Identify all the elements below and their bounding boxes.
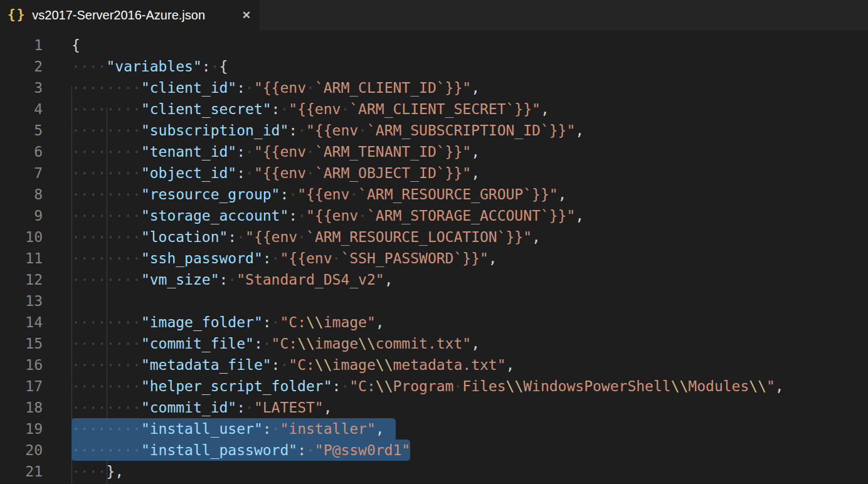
whitespace-dot: · <box>89 421 98 437</box>
tab-bar: {} vs2017-Server2016-Azure.json ✕ <box>0 0 868 30</box>
whitespace-dot: · <box>80 442 89 458</box>
whitespace-dot: · <box>80 165 89 181</box>
code-line-content: ········"ssh_password":·"{{env·`SSH_PASS… <box>71 248 497 269</box>
code-line[interactable]: 21····}, <box>0 461 868 482</box>
whitespace-dot: · <box>306 144 315 160</box>
code-editor[interactable]: 1{2····"variables":·{3········"client_id… <box>0 30 868 484</box>
whitespace-dot: · <box>124 271 132 288</box>
whitespace-dot: · <box>132 208 141 224</box>
whitespace-dot: · <box>80 314 89 330</box>
whitespace-dot: · <box>115 229 124 245</box>
whitespace-dot: · <box>71 271 80 288</box>
code-line-content: ····}, <box>71 461 124 482</box>
whitespace-dot: · <box>106 229 115 245</box>
whitespace-dot: · <box>71 378 80 394</box>
line-number: 18 <box>0 397 43 418</box>
line-number: 20 <box>0 439 43 461</box>
code-line[interactable]: 14········"image_folder":·"C:\\image", <box>0 312 868 333</box>
whitespace-dot: · <box>71 122 80 139</box>
whitespace-dot: · <box>89 271 98 288</box>
code-line[interactable]: 8········"resource_group":·"{{env·`ARM_R… <box>0 184 868 205</box>
whitespace-dot: · <box>106 271 115 288</box>
tab-close-icon[interactable]: ✕ <box>242 10 251 21</box>
whitespace-dot: · <box>115 122 124 139</box>
line-number: 6 <box>0 141 43 162</box>
whitespace-dot: · <box>115 165 124 181</box>
whitespace-dot: · <box>89 208 98 224</box>
whitespace-dot: · <box>98 463 107 480</box>
code-line[interactable]: 13 <box>0 290 868 312</box>
whitespace-dot: · <box>124 421 132 437</box>
whitespace-dot: · <box>115 208 124 224</box>
whitespace-dot: · <box>236 229 245 245</box>
whitespace-dot: · <box>71 463 80 480</box>
code-line[interactable]: 15········"commit_file":·"C:\\image\\com… <box>0 333 868 354</box>
code-line-content: ········"client_id":·"{{env·`ARM_CLIENT_… <box>71 77 480 98</box>
tab-vs2017-server2016-azure-json[interactable]: {} vs2017-Server2016-Azure.json ✕ <box>0 0 260 30</box>
whitespace-dot: · <box>89 357 98 373</box>
whitespace-dot: · <box>132 122 141 139</box>
whitespace-dot: · <box>106 442 115 458</box>
whitespace-dot: · <box>245 399 254 416</box>
whitespace-dot: · <box>245 165 254 181</box>
code-line[interactable]: 1{ <box>0 34 868 56</box>
code-line[interactable]: 16········"metadata_file":·"C:\\image\\m… <box>0 354 868 376</box>
whitespace-dot: · <box>297 229 306 245</box>
whitespace-dot: · <box>124 122 132 139</box>
whitespace-dot: · <box>132 80 141 96</box>
whitespace-dot: · <box>71 165 80 181</box>
code-line[interactable]: 6········"tenant_id":·"{{env·`ARM_TENANT… <box>0 141 868 162</box>
whitespace-dot: · <box>98 208 107 224</box>
line-number: 12 <box>0 269 43 290</box>
code-line-content: ········"subscription_id":·"{{env·`ARM_S… <box>71 120 584 141</box>
whitespace-dot: · <box>288 186 297 203</box>
whitespace-dot: · <box>80 80 89 96</box>
code-line[interactable]: 2····"variables":·{ <box>0 56 868 77</box>
code-line[interactable]: 9········"storage_account":·"{{env·`ARM_… <box>0 205 868 226</box>
code-line[interactable]: 12········"vm_size":·"Standard_DS4_v2", <box>0 269 868 290</box>
code-line[interactable]: 17········"helper_script_folder":·"C:\\P… <box>0 376 868 397</box>
whitespace-dot: · <box>115 357 124 373</box>
whitespace-dot: · <box>115 250 124 266</box>
whitespace-dot: · <box>263 335 272 352</box>
whitespace-dot: · <box>89 101 98 117</box>
whitespace-dot: · <box>106 250 115 266</box>
code-line[interactable]: 5········"subscription_id":·"{{env·`ARM_… <box>0 120 868 141</box>
whitespace-dot: · <box>98 399 107 416</box>
whitespace-dot: · <box>80 122 89 139</box>
whitespace-dot: · <box>98 186 107 203</box>
whitespace-dot: · <box>98 442 107 458</box>
whitespace-dot: · <box>106 80 115 96</box>
code-line[interactable]: 20········"install_password":·"P@ssw0rd1… <box>0 439 868 461</box>
code-line[interactable]: 19········"install_user":·"installer", <box>0 418 868 439</box>
whitespace-dot: · <box>228 271 236 288</box>
whitespace-dot: · <box>89 58 98 75</box>
whitespace-dot: · <box>132 186 141 203</box>
code-line[interactable]: 4········"client_secret":·"{{env·`ARM_CL… <box>0 98 868 120</box>
code-line[interactable]: 11········"ssh_password":·"{{env·`SSH_PA… <box>0 248 868 269</box>
code-line-content: ········"metadata_file":·"C:\\image\\met… <box>71 354 514 376</box>
code-line[interactable]: 10········"location":·"{{env·`ARM_RESOUR… <box>0 226 868 248</box>
code-line[interactable]: 3········"client_id":·"{{env·`ARM_CLIENT… <box>0 77 868 98</box>
whitespace-dot: · <box>98 271 107 288</box>
whitespace-dot: · <box>124 442 132 458</box>
whitespace-dot: · <box>124 335 132 352</box>
code-line[interactable]: 18········"commit_id":·"LATEST", <box>0 397 868 418</box>
whitespace-dot: · <box>80 463 89 480</box>
whitespace-dot: · <box>89 463 98 480</box>
whitespace-dot: · <box>98 101 107 117</box>
whitespace-dot: · <box>98 378 107 394</box>
whitespace-dot: · <box>71 101 80 117</box>
code-line-content: ········"tenant_id":·"{{env·`ARM_TENANT_… <box>71 141 480 162</box>
whitespace-dot: · <box>71 208 80 224</box>
whitespace-dot: · <box>98 421 107 437</box>
whitespace-dot: · <box>71 442 80 458</box>
whitespace-dot: · <box>106 122 115 139</box>
whitespace-dot: · <box>106 208 115 224</box>
code-line-content: ········"helper_script_folder":·"C:\\Pro… <box>71 376 784 397</box>
whitespace-dot: · <box>132 314 141 330</box>
code-line-content: ········"storage_account":·"{{env·`ARM_S… <box>71 205 584 226</box>
whitespace-dot: · <box>124 165 132 181</box>
whitespace-dot: · <box>306 165 315 181</box>
code-line[interactable]: 7········"object_id":·"{{env·`ARM_OBJECT… <box>0 162 868 184</box>
